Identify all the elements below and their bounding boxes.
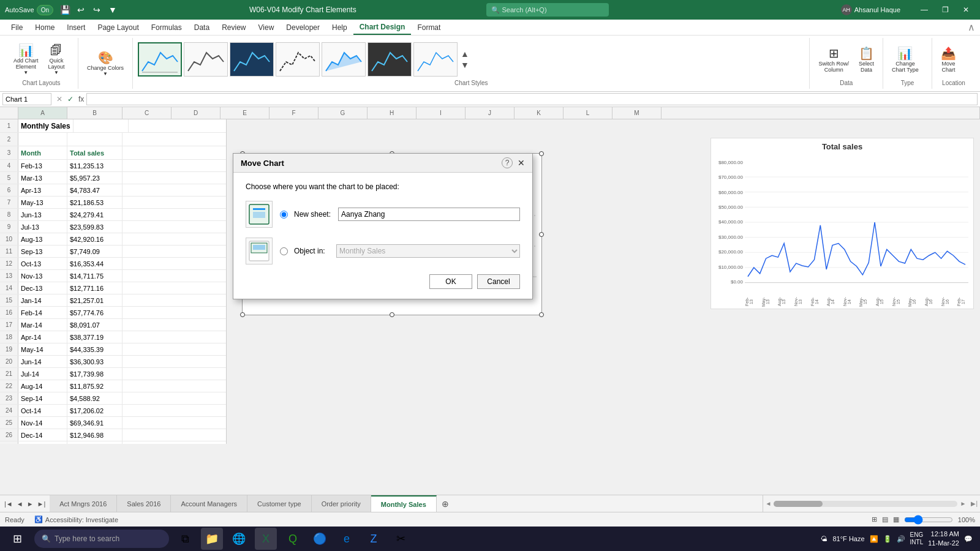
tab-act-mngrs[interactable]: Act Mngrs 2016 [50, 495, 117, 512]
file-explorer-icon[interactable]: 📁 [201, 528, 223, 550]
cell-b1[interactable] [74, 119, 129, 132]
cell-a13[interactable]: Nov-13 [18, 270, 67, 282]
add-sheet-button[interactable]: ⊕ [437, 497, 454, 511]
tab-account-managers[interactable]: Account Managers [171, 495, 247, 512]
select-data-button[interactable]: 📋 SelectData [855, 43, 878, 75]
col-header-k[interactable]: K [514, 107, 564, 119]
col-header-a[interactable]: A [18, 107, 67, 119]
cell-a10[interactable]: Aug-13 [18, 233, 67, 245]
col-header-f[interactable]: F [270, 107, 318, 119]
cell-b6[interactable]: $4,783.47 [67, 184, 123, 196]
change-colors-dropdown[interactable]: ▼ [103, 71, 108, 77]
cell-b12[interactable]: $16,353.44 [67, 258, 123, 269]
new-sheet-radio-label[interactable]: New sheet: [280, 210, 331, 219]
cell-a20[interactable]: Jun-14 [18, 356, 67, 367]
function-icon[interactable]: fx [78, 95, 84, 103]
cell-a12[interactable]: Oct-13 [18, 258, 67, 269]
chart-style-2[interactable] [184, 42, 228, 77]
clock[interactable]: 12:18 AM 11-Mar-22 [928, 530, 959, 549]
menu-home[interactable]: Home [29, 21, 61, 34]
cell-a4[interactable]: Feb-13 [18, 160, 67, 171]
cell-a26[interactable]: Dec-14 [18, 429, 67, 441]
cell-a22[interactable]: Aug-14 [18, 380, 67, 392]
cell-a5[interactable]: Mar-13 [18, 172, 67, 184]
minimize-button[interactable]: — [915, 4, 933, 16]
tab-sales-2016[interactable]: Sales 2016 [117, 495, 171, 512]
cell-b4[interactable]: $11,235.13 [67, 160, 123, 171]
dialog-help-button[interactable]: ? [502, 157, 513, 168]
cell-b2[interactable] [67, 133, 123, 146]
tab-customer-type[interactable]: Customer type [247, 495, 312, 512]
new-sheet-radio[interactable] [280, 211, 288, 219]
start-button[interactable]: ⊞ [2, 527, 32, 551]
sheet-nav-first[interactable]: |◄ [2, 500, 15, 508]
taskbar-search[interactable]: 🔍 Type here to search [34, 530, 169, 548]
menu-format[interactable]: Format [411, 21, 447, 34]
chart-style-4[interactable] [276, 42, 320, 77]
app5-icon[interactable]: 🔵 [309, 528, 331, 550]
selection-handle-bottom-right[interactable] [539, 312, 544, 317]
col-header-d[interactable]: D [172, 107, 221, 119]
object-in-radio[interactable] [280, 247, 288, 255]
scroll-thumb-area[interactable] [774, 501, 957, 507]
cell-a19[interactable]: May-14 [18, 343, 67, 355]
col-header-l[interactable]: L [564, 107, 612, 119]
cell-b15[interactable]: $21,257.01 [67, 294, 123, 306]
object-in-select[interactable]: Monthly Sales [336, 244, 520, 258]
tab-order-priority[interactable]: Order priority [312, 495, 371, 512]
cell-b20[interactable]: $36,300.93 [67, 356, 123, 367]
autosave-toggle[interactable]: On [37, 5, 53, 15]
menu-help[interactable]: Help [326, 21, 353, 34]
cell-a8[interactable]: Jun-13 [18, 209, 67, 220]
cell-a1[interactable]: Monthly Sales [18, 119, 74, 132]
cell-b27[interactable]: $50,063.71 [67, 441, 123, 444]
cell-b18[interactable]: $38,377.19 [67, 331, 123, 343]
cell-b9[interactable]: $23,599.83 [67, 221, 123, 233]
selection-handle-bottom-left[interactable] [240, 312, 245, 317]
chart-style-1[interactable] [138, 42, 182, 77]
app8-icon[interactable]: ✂ [390, 528, 412, 550]
cell-b22[interactable]: $11,875.92 [67, 380, 123, 392]
col-header-m[interactable]: M [612, 107, 662, 119]
cell-b10[interactable]: $42,920.16 [67, 233, 123, 245]
expand-tabs-icon[interactable]: ▶| [968, 500, 980, 507]
collapse-ribbon-icon[interactable]: ∧ [968, 21, 975, 33]
col-header-h[interactable]: H [368, 107, 417, 119]
restore-button[interactable]: ❐ [936, 4, 954, 16]
accessibility-status[interactable]: ♿ Accessibility: Investigate [34, 515, 118, 523]
scroll-left-icon[interactable]: ◄ [766, 500, 772, 507]
scroll-thumb[interactable] [774, 501, 823, 507]
sheet-nav-last[interactable]: ►| [36, 500, 48, 508]
tab-monthly-sales[interactable]: Monthly Sales [371, 495, 437, 512]
cell-b13[interactable]: $14,711.75 [67, 270, 123, 282]
scroll-right-icon[interactable]: ► [960, 500, 966, 507]
redo-icon[interactable]: ↪ [90, 3, 104, 17]
add-chart-element-button[interactable]: 📊 Add Chart Element ▼ [10, 42, 42, 78]
formula-input[interactable] [86, 93, 978, 105]
cell-a14[interactable]: Dec-13 [18, 282, 67, 294]
edge-icon[interactable]: e [336, 528, 358, 550]
chrome-icon[interactable]: 🌐 [228, 528, 250, 550]
chart-style-3[interactable] [230, 42, 274, 77]
col-header-e[interactable]: E [221, 107, 270, 119]
menu-file[interactable]: File [5, 21, 29, 34]
cell-a23[interactable]: Sep-14 [18, 392, 67, 404]
cell-a18[interactable]: Apr-14 [18, 331, 67, 343]
cancel-button[interactable]: Cancel [477, 274, 520, 289]
menu-developer[interactable]: Developer [280, 21, 326, 34]
new-sheet-input[interactable] [338, 208, 520, 221]
col-header-i[interactable]: I [417, 107, 466, 119]
save-icon[interactable]: 💾 [58, 3, 72, 17]
cell-a17[interactable]: Mar-14 [18, 319, 67, 331]
search-box[interactable]: 🔍 Search (Alt+Q) [486, 3, 609, 17]
menu-formulas[interactable]: Formulas [145, 21, 188, 34]
cell-b7[interactable]: $21,186.53 [67, 197, 123, 208]
cancel-formula-icon[interactable]: ✕ [56, 95, 62, 103]
quick-layout-dropdown[interactable]: ▼ [54, 70, 59, 75]
cell-b17[interactable]: $8,091.07 [67, 319, 123, 331]
notification-icon[interactable]: 💬 [964, 535, 973, 543]
cell-a27[interactable]: Jan-15 [18, 441, 67, 444]
cell-a6[interactable]: Apr-13 [18, 184, 67, 196]
view-pagebreak-icon[interactable]: ▦ [893, 515, 899, 523]
chart-style-6[interactable] [368, 42, 412, 77]
